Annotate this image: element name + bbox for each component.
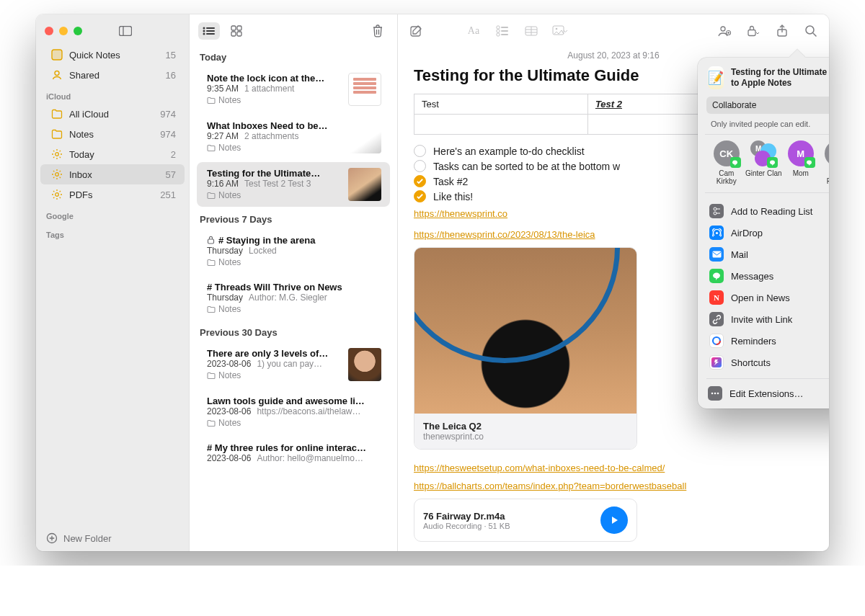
share-action-messages[interactable]: Messages: [705, 265, 829, 287]
sidebar: Quick Notes 15 Shared 16 iCloud All iClo…: [36, 14, 189, 551]
note-list-body[interactable]: TodayNote the lock icon at the…9:35 AM1 …: [190, 48, 397, 551]
sidebar-label: Today: [69, 149, 94, 160]
sidebar-folder-notes[interactable]: Notes974: [40, 124, 185, 144]
link[interactable]: https://thenewsprint.co: [414, 208, 507, 219]
note-list-item[interactable]: What Inboxes Need to be…9:27 AM2 attachm…: [197, 115, 390, 159]
sidebar-folder-pdfs[interactable]: PDFs251: [40, 184, 185, 205]
media-button[interactable]: [552, 23, 568, 39]
note-item-title: There are only 3 levels of…: [207, 348, 341, 359]
share-person[interactable]: JFJohn Froese: [820, 140, 830, 185]
format-text-button[interactable]: Aa: [466, 23, 482, 39]
note-item-folder: Notes: [207, 418, 381, 428]
checklist-text: Like this!: [433, 191, 473, 202]
person-name: Cam Kirkby: [708, 169, 745, 185]
svg-rect-17: [231, 32, 236, 36]
app-window: Quick Notes 15 Shared 16 iCloud All iClo…: [36, 14, 829, 551]
sidebar-folder-all-icloud[interactable]: All iCloud974: [40, 104, 185, 124]
list-view-button[interactable]: [198, 22, 220, 40]
sidebar-count: 974: [160, 129, 176, 140]
link[interactable]: https://thenewsprint.co/2023/08/13/the-l…: [414, 229, 595, 240]
svg-point-42: [711, 393, 714, 395]
collaborate-button[interactable]: [717, 23, 732, 39]
share-action-shortcuts[interactable]: Shortcuts: [705, 352, 829, 373]
checklist-button[interactable]: [494, 23, 510, 39]
share-action-airdrop[interactable]: AirDrop: [705, 222, 829, 244]
share-action-open-in-news[interactable]: NOpen in News: [705, 287, 829, 308]
minimize-window-button[interactable]: [59, 27, 68, 35]
checklist-text: Tasks can be sorted to be at the bottom …: [433, 161, 620, 172]
svg-point-7: [56, 193, 59, 197]
svg-rect-22: [501, 27, 508, 28]
note-item-time: 9:27 AM: [207, 131, 239, 141]
window-controls[interactable]: [45, 27, 82, 35]
note-list-item[interactable]: Testing for the Ultimate…9:16 AMTest Tes…: [197, 162, 390, 207]
svg-point-11: [203, 30, 205, 32]
compose-button[interactable]: [408, 23, 424, 39]
edit-extensions-button[interactable]: Edit Extensions…: [704, 383, 829, 404]
note-list-item[interactable]: Lawn tools guide and awesome li…2023-08-…: [197, 390, 390, 434]
checklist-icon: [496, 25, 509, 37]
checkbox-checked-icon[interactable]: [414, 190, 426, 202]
share-person[interactable]: MMom: [782, 140, 820, 185]
new-folder-button[interactable]: New Folder: [36, 525, 189, 551]
shared-icon: [50, 68, 63, 81]
gallery-view-button[interactable]: [226, 22, 247, 40]
format-icon: Aa: [468, 25, 479, 37]
table-button[interactable]: [523, 23, 539, 39]
link[interactable]: https://ballcharts.com/teams/index.php?t…: [414, 481, 686, 491]
folder-icon: [50, 128, 63, 140]
table-cell[interactable]: [414, 115, 588, 135]
note-list-item[interactable]: There are only 3 levels of…2023-08-061) …: [197, 342, 390, 387]
sidebar-heading-tags[interactable]: Tags: [36, 223, 189, 242]
sidebar-heading-google[interactable]: Google: [36, 205, 189, 223]
zoom-window-button[interactable]: [74, 27, 82, 35]
share-people-row: CKCam KirkbyMGinter ClanMMomJFJohn Froes…: [705, 140, 829, 193]
sidebar-folder-today[interactable]: Today2: [40, 144, 185, 164]
table-cell[interactable]: Test: [414, 94, 588, 115]
note-item-time: 2023-08-06: [207, 453, 251, 463]
note-list-item[interactable]: # Threads Will Thrive on NewsThursdayAut…: [197, 276, 390, 320]
note-item-time: Thursday: [207, 246, 243, 256]
search-button[interactable]: [803, 23, 819, 39]
share-person[interactable]: MGinter Clan: [745, 140, 783, 185]
sidebar-count: 2: [171, 149, 176, 160]
media-icon: [552, 25, 568, 37]
share-person[interactable]: CKCam Kirkby: [708, 140, 745, 185]
sidebar-folder-inbox[interactable]: Inbox57: [40, 164, 185, 184]
action-label: Shortcuts: [731, 357, 771, 368]
lock-button[interactable]: [745, 23, 761, 39]
audio-attachment[interactable]: 76 Fairway Dr.m4a Audio Recording · 51 K…: [414, 499, 637, 542]
sidebar-heading-icloud[interactable]: iCloud: [36, 85, 189, 104]
svg-rect-24: [501, 30, 508, 32]
toggle-sidebar-button[interactable]: [115, 23, 136, 39]
share-action-add-to-reading-list[interactable]: Add to Reading List: [705, 200, 829, 222]
checkbox-checked-icon[interactable]: [414, 175, 426, 187]
play-button[interactable]: [600, 506, 628, 534]
action-icon: N: [709, 290, 724, 305]
checkbox-icon[interactable]: [414, 145, 426, 157]
close-window-button[interactable]: [45, 27, 53, 35]
note-list-item[interactable]: # Staying in the arenaThursdayLockedNote…: [197, 229, 390, 273]
share-action-reminders[interactable]: Reminders: [705, 330, 829, 352]
share-permission-row[interactable]: Only invited people can edit.: [705, 117, 829, 135]
note-group-heading: Previous 30 Days: [190, 323, 397, 342]
link[interactable]: https://thesweetsetup.com/what-inboxes-n…: [414, 463, 665, 473]
share-action-mail[interactable]: Mail: [705, 244, 829, 265]
checkbox-icon[interactable]: [414, 160, 426, 172]
delete-note-button[interactable]: [367, 22, 389, 40]
sidebar-label: PDFs: [69, 189, 93, 200]
share-action-invite-with-link[interactable]: Invite with Link: [705, 308, 829, 330]
note-item-folder: Notes: [207, 95, 341, 105]
note-item-meta: https://beacons.ai/thelaw…: [257, 406, 360, 416]
compose-icon: [409, 24, 422, 37]
sidebar-shared[interactable]: Shared 16: [40, 65, 185, 85]
note-list-item[interactable]: # My three rules for online interac…2023…: [197, 437, 390, 469]
more-icon: [708, 386, 722, 401]
share-button[interactable]: [774, 23, 790, 39]
table-icon: [525, 26, 538, 36]
link-preview-card[interactable]: The Leica Q2 thenewsprint.co: [414, 247, 637, 450]
note-list-item[interactable]: Note the lock icon at the…9:35 AM1 attac…: [197, 67, 390, 112]
sidebar-quick-notes[interactable]: Quick Notes 15: [40, 45, 185, 65]
share-mode-select[interactable]: Collaborate: [706, 97, 829, 114]
svg-point-25: [497, 33, 500, 36]
